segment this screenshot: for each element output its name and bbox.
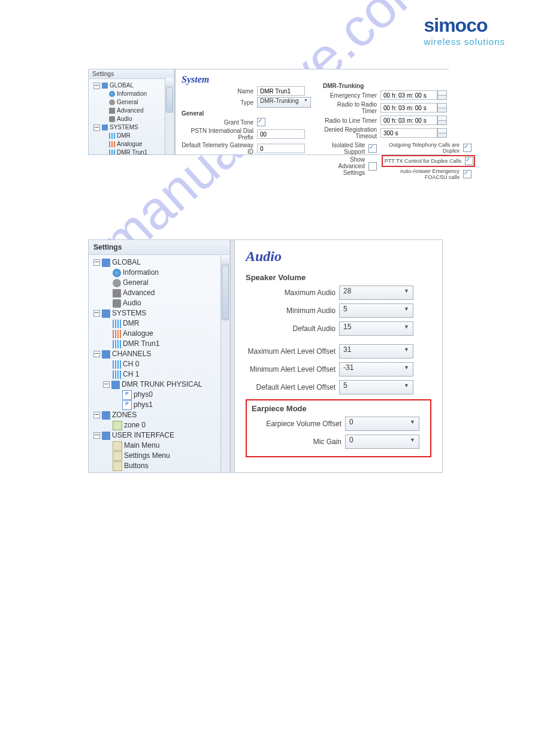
ptt-label: PTT TX Control for Duplex Calls bbox=[383, 158, 465, 164]
tree-item-label: Main Menu bbox=[124, 441, 159, 451]
tree-item[interactable]: GLOBAL bbox=[91, 81, 173, 90]
tools-icon bbox=[109, 108, 115, 114]
tree-item-label: GLOBAL bbox=[110, 81, 134, 90]
tree-item[interactable]: GLOBAL bbox=[91, 257, 228, 268]
denied-reg-input[interactable] bbox=[380, 128, 437, 138]
def-alert-select[interactable]: 5 bbox=[339, 380, 413, 394]
tree-item[interactable]: ZONES bbox=[91, 410, 228, 420]
mic-gain-select[interactable]: 0 bbox=[345, 435, 419, 449]
screenshot-system: Settings GLOBALInformationGeneralAdvance… bbox=[88, 69, 449, 155]
trunking-header: DMR-Trunking bbox=[323, 83, 475, 89]
isolated-checkbox[interactable] bbox=[368, 144, 377, 153]
collapse-icon[interactable] bbox=[93, 351, 100, 357]
tree-item[interactable]: Main Menu bbox=[91, 441, 228, 451]
tree-item[interactable]: Options bbox=[91, 471, 228, 472]
min-audio-label: Minimum Audio bbox=[246, 306, 339, 315]
tree-item[interactable]: General bbox=[91, 98, 173, 107]
tree-item[interactable]: DMR TRUNK PHYSICAL bbox=[91, 379, 228, 390]
collapse-icon[interactable] bbox=[93, 259, 100, 266]
page-title: Audio bbox=[246, 248, 431, 265]
tree-item[interactable]: Buttons bbox=[91, 461, 228, 471]
analog-icon bbox=[113, 330, 121, 338]
tree-item[interactable]: Audio bbox=[91, 115, 173, 123]
tree-item-label: DMR bbox=[117, 132, 131, 140]
tree-item[interactable]: Analogue bbox=[91, 140, 173, 148]
fold-icon bbox=[102, 350, 110, 359]
r2r-timer-label: Radio to Radio Timer bbox=[323, 101, 380, 114]
earpiece-mode-header: Earpiece Mode bbox=[252, 404, 425, 413]
min-alert-select[interactable]: -31 bbox=[339, 362, 413, 377]
scroll-thumb[interactable] bbox=[222, 265, 229, 320]
r2r-timer-input[interactable] bbox=[380, 103, 437, 113]
screenshot-audio: Settings GLOBALInformationGeneralAdvance… bbox=[88, 239, 443, 473]
ptt-checkbox[interactable] bbox=[465, 157, 473, 165]
grant-tone-checkbox[interactable] bbox=[257, 118, 265, 126]
tree-item[interactable]: CHANNELS bbox=[91, 349, 228, 359]
tree-item[interactable]: DMR bbox=[91, 132, 173, 140]
type-select[interactable]: DMR-Trunking bbox=[257, 97, 311, 108]
scrollbar[interactable] bbox=[220, 256, 229, 472]
autoans-checkbox[interactable] bbox=[463, 170, 471, 178]
collapse-icon[interactable] bbox=[93, 412, 100, 418]
pbox-icon: P bbox=[122, 390, 132, 400]
menu-icon bbox=[113, 451, 122, 461]
tree-item[interactable]: Advanced bbox=[91, 288, 228, 298]
outdup-checkbox[interactable] bbox=[463, 144, 471, 152]
collapse-icon[interactable] bbox=[93, 83, 100, 89]
scrollbar[interactable] bbox=[165, 78, 174, 154]
showadv-checkbox[interactable] bbox=[368, 162, 377, 171]
spin-icon[interactable] bbox=[437, 103, 447, 113]
tree-item[interactable]: Information bbox=[91, 90, 173, 98]
collapse-icon[interactable] bbox=[103, 381, 110, 388]
tree-item[interactable]: zone 0 bbox=[91, 420, 228, 430]
speaker-volume-header: Speaker Volume bbox=[246, 273, 431, 282]
telemetry-input[interactable] bbox=[257, 144, 305, 153]
tree-item[interactable]: Settings Menu bbox=[91, 451, 228, 461]
collapse-icon[interactable] bbox=[93, 310, 100, 317]
tree-item[interactable]: Audio bbox=[91, 298, 228, 308]
pstn-input[interactable] bbox=[257, 129, 305, 139]
spin-icon[interactable] bbox=[437, 116, 447, 125]
tree-item[interactable]: DMR Trun1 bbox=[91, 148, 173, 154]
tree-item-label: DMR Trun1 bbox=[123, 339, 159, 349]
emerg-timer-input[interactable] bbox=[380, 90, 437, 100]
tree-item[interactable]: CH 0 bbox=[91, 359, 228, 369]
tree-item-label: DMR bbox=[123, 318, 139, 329]
tree-item[interactable]: General bbox=[91, 278, 228, 288]
collapse-icon[interactable] bbox=[93, 125, 100, 131]
wave-icon bbox=[113, 360, 121, 369]
r2l-timer-input[interactable] bbox=[380, 116, 437, 125]
spin-icon[interactable] bbox=[437, 90, 447, 100]
fold-icon bbox=[111, 381, 120, 389]
name-input[interactable] bbox=[257, 86, 305, 96]
splitter[interactable] bbox=[230, 240, 235, 472]
tree-item[interactable]: Information bbox=[91, 268, 228, 278]
earpiece-vol-select[interactable]: 0 bbox=[345, 417, 419, 431]
gear-icon bbox=[113, 472, 121, 473]
tree-item[interactable]: CH 1 bbox=[91, 369, 228, 379]
tree-item[interactable]: SYSTEMS bbox=[91, 123, 173, 132]
tree-item-label: Advanced bbox=[117, 107, 143, 115]
tree-item[interactable]: Analogue bbox=[91, 329, 228, 339]
logo-text: simoco bbox=[424, 14, 505, 37]
collapse-icon[interactable] bbox=[93, 432, 100, 439]
wave-icon bbox=[113, 320, 121, 328]
tree-item[interactable]: USER INTERFACE bbox=[91, 430, 228, 441]
max-alert-select[interactable]: 31 bbox=[339, 344, 413, 359]
tree-item[interactable]: Pphys0 bbox=[91, 390, 228, 400]
tree-item[interactable]: Advanced bbox=[91, 107, 173, 115]
tree-item[interactable]: DMR bbox=[91, 318, 228, 329]
tree-item[interactable]: SYSTEMS bbox=[91, 308, 228, 318]
info-icon bbox=[113, 269, 121, 277]
tree-item[interactable]: Pphys1 bbox=[91, 400, 228, 410]
max-audio-select[interactable]: 28 bbox=[339, 286, 413, 300]
scroll-thumb[interactable] bbox=[166, 87, 173, 113]
max-alert-label: Maximum Alert Level Offset bbox=[246, 347, 339, 356]
highlight-box: PTT TX Control for Duplex Calls bbox=[382, 155, 475, 167]
spin-icon[interactable] bbox=[437, 128, 447, 138]
info-icon bbox=[109, 91, 115, 97]
tree-item[interactable]: DMR Trun1 bbox=[91, 339, 228, 349]
min-audio-select[interactable]: 5 bbox=[339, 303, 413, 318]
def-audio-select[interactable]: 15 bbox=[339, 321, 413, 336]
tree-item-label: SYSTEMS bbox=[110, 123, 138, 132]
